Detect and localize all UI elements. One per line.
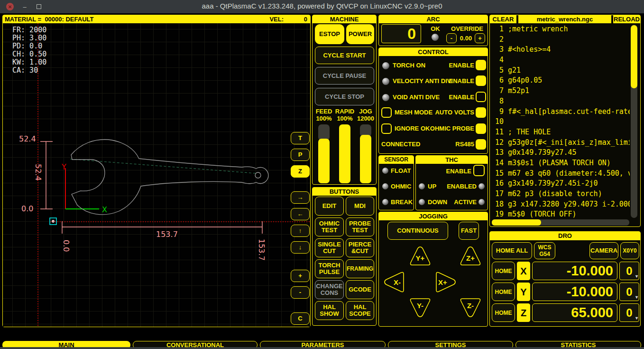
void-enable-checkbox[interactable]	[476, 92, 486, 102]
home-z-button[interactable]: HOME	[492, 303, 515, 322]
gcode-line[interactable]: 17m62 p3 (disable torch)	[492, 189, 630, 199]
jog-slider[interactable]	[360, 124, 371, 183]
thc-enable-checkbox[interactable]	[473, 165, 485, 176]
ignore-ok-checkbox[interactable]	[381, 123, 392, 134]
gcode-clear-button[interactable]: CLEAR	[490, 15, 517, 23]
pan-left-button[interactable]: ←	[291, 208, 310, 220]
gcode-line[interactable]: 2	[492, 35, 630, 45]
zoom-out-button[interactable]: -	[291, 286, 310, 299]
gcode-horizontal-scrollbar[interactable]	[492, 219, 629, 226]
auto-volts-checkbox[interactable]	[476, 107, 486, 118]
gcode-line[interactable]: 19m5$0 (TORCH OFF)	[492, 209, 630, 219]
zoom-in-button[interactable]: +	[291, 270, 310, 282]
mesh-mode-checkbox[interactable]	[381, 107, 392, 118]
cycle-start-button[interactable]: CYCLE START	[315, 47, 374, 64]
velocity-enable-checkbox[interactable]	[476, 75, 486, 86]
pan-right-button[interactable]: →	[291, 191, 310, 204]
wcs-button[interactable]: WCS G54	[534, 242, 555, 259]
pan-down-button[interactable]: ↓	[291, 241, 310, 254]
x-zero-label: 0	[626, 268, 632, 274]
gcode-vertical-scrollbar-thumb[interactable]	[631, 25, 637, 88]
gcode-line[interactable]: 18g3 x147.3280 y29.4073 i-2.000	[492, 199, 630, 210]
gcode-line-number: 19	[492, 209, 504, 219]
y-axis-button[interactable]: Y	[517, 283, 530, 301]
view-z-button[interactable]: Z	[291, 165, 310, 178]
clear-view-button[interactable]: C	[291, 312, 310, 325]
jog-z-plus-button[interactable]: Z+	[460, 245, 481, 266]
home-y-button[interactable]: HOME	[492, 283, 515, 301]
mdi-button[interactable]: MDI	[346, 197, 374, 216]
x-zero-button[interactable]: 0 ▾	[619, 262, 639, 280]
jog-y-minus-button[interactable]: Y-	[409, 297, 431, 318]
feed-slider[interactable]	[318, 124, 330, 183]
framing-button[interactable]: FRAMING	[346, 259, 374, 278]
rs485-checkbox[interactable]	[476, 139, 486, 150]
x-axis-button[interactable]: X	[517, 262, 530, 280]
torch-pulse-button[interactable]: TORCH PULSE	[315, 259, 344, 278]
velocity-value: 0	[284, 16, 310, 23]
pierce-cut-button[interactable]: PIERCE &CUT	[346, 238, 374, 257]
jog-fast-button[interactable]: FAST	[459, 222, 479, 240]
gcode-line[interactable]: 14m3$0s1 (PLASMA TORCH ON)	[492, 158, 630, 169]
jog-x-minus-button[interactable]: X-	[383, 271, 406, 293]
y-zero-button[interactable]: 0 ▾	[619, 283, 639, 301]
z-zero-button[interactable]: 0 ▾	[619, 303, 639, 322]
gcode-vertical-scrollbar[interactable]	[631, 25, 637, 218]
gcode-line[interactable]: 8	[492, 96, 630, 107]
gcode-line[interactable]: 7m52p1	[492, 86, 630, 96]
jog-continuous-button[interactable]: CONTINUOUS	[387, 222, 448, 240]
estop-button[interactable]: ESTOP	[315, 24, 344, 44]
z-axis-button[interactable]: Z	[517, 303, 530, 322]
dro-panel-header: DRO	[490, 232, 640, 240]
view-top-button[interactable]: T	[291, 132, 310, 144]
gcode-line[interactable]: 16g3x149.739y27.45i-2j0	[492, 179, 630, 189]
jog-x-plus-button[interactable]: X+	[434, 271, 457, 293]
jog-z-minus-button[interactable]: Z-	[460, 297, 481, 318]
arc-voltage-display: 0	[381, 24, 421, 43]
rapid-slider[interactable]	[339, 124, 350, 183]
ohmic-probe-checkbox[interactable]	[476, 123, 486, 134]
jog-y-plus-button[interactable]: Y+	[409, 245, 431, 266]
gcode-line[interactable]: 9f#<_hal[plasmac.cut-feed-rate	[492, 107, 630, 117]
view-perspective-button[interactable]: P	[291, 149, 310, 161]
gcode-reload-button[interactable]: RELOAD	[612, 15, 640, 23]
cycle-stop-button[interactable]: CYCLE STOP	[315, 88, 374, 105]
pan-up-button[interactable]: ↑	[291, 225, 310, 237]
single-cut-button[interactable]: SINGLE CUT	[315, 238, 344, 257]
hal-scope-button[interactable]: HAL SCOPE	[346, 301, 374, 320]
home-x-button[interactable]: HOME	[492, 262, 515, 280]
gcode-line-text: g3 x147.3280 y29.4073 i-2.000	[508, 199, 630, 210]
camera-button[interactable]: CAMERA	[589, 242, 618, 259]
cycle-pause-button[interactable]: CYCLE PAUSE	[315, 67, 374, 85]
gcode-horizontal-scrollbar-thumb[interactable]	[492, 219, 541, 226]
gcode-preview-canvas[interactable]: FR: 2000 PH: 3.00 PD: 0.0 CH: 0.50 KW: 1…	[3, 23, 310, 327]
gcode-line[interactable]: 4	[492, 55, 630, 66]
gcode-listing[interactable]: 1;metric wrench 2 3#<holes>=4 4 5g21 6g6…	[492, 24, 630, 219]
edit-button[interactable]: EDIT	[315, 197, 344, 216]
dim-height-zero-label: 0.0	[21, 204, 33, 213]
gcode-button[interactable]: GCODE	[346, 280, 374, 299]
material-bar[interactable]: MATERIAL = 00000: DEFAULT VEL: 0	[3, 15, 310, 23]
gcode-line[interactable]: 11; THE HOLE	[492, 127, 630, 138]
gcode-line[interactable]: 3#<holes>=4	[492, 45, 630, 55]
gcode-line[interactable]: 1;metric wrench	[492, 24, 630, 35]
home-all-button[interactable]: HOME ALL	[492, 242, 532, 259]
ohmic-test-button[interactable]: OHMIC TEST	[315, 217, 344, 236]
gcode-line[interactable]: 6g64p0.05	[492, 75, 630, 86]
gcode-line[interactable]: 15m67 e3 q60 (diameter:4.500, v	[492, 169, 630, 179]
gcode-line[interactable]: 10	[492, 117, 630, 127]
gcode-line-number: 5	[492, 66, 504, 76]
arc-override-plus-button[interactable]: +	[475, 33, 485, 43]
power-button[interactable]: POWER	[346, 24, 374, 44]
torch-enable-checkbox[interactable]	[476, 60, 486, 70]
hal-show-button[interactable]: HAL SHOW	[315, 301, 344, 320]
gcode-line[interactable]: 12g53g0z[#<_ini[axis_z]max_limi	[492, 138, 630, 148]
gcode-line[interactable]: 5g21	[492, 66, 630, 76]
gcode-line[interactable]: 13g0x149.739y27.45	[492, 148, 630, 158]
arc-override-minus-button[interactable]: -	[446, 33, 457, 43]
probe-test-button[interactable]: PROBE TEST	[346, 217, 374, 236]
x0y0-button[interactable]: X0Y0	[620, 242, 639, 259]
change-consumables-button[interactable]: CHANGE CONS	[315, 280, 344, 299]
gcode-line-number: 11	[492, 127, 504, 138]
cut-parameters-readout: FR: 2000 PH: 3.00 PD: 0.0 CH: 0.50 KW: 1…	[12, 26, 46, 75]
